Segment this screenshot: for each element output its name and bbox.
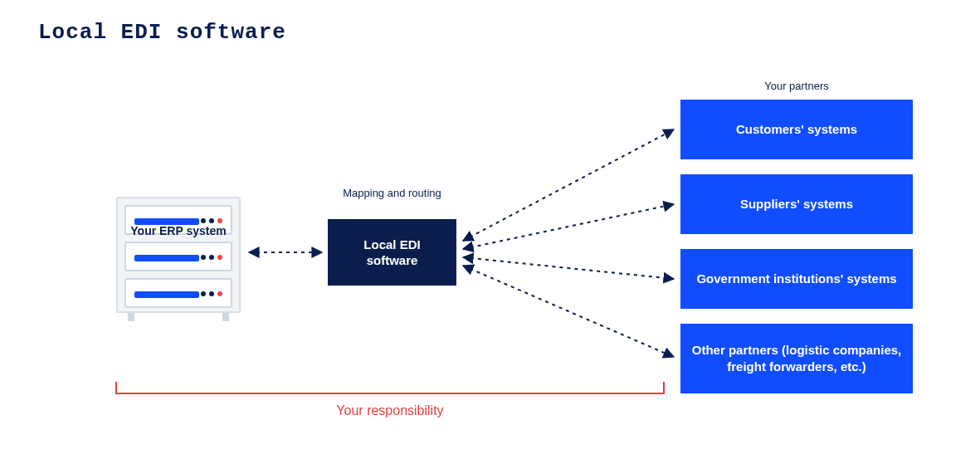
erp-label: Your ERP system — [104, 224, 253, 237]
connector-edi-suppliers — [463, 204, 674, 249]
connector-edi-government — [463, 257, 674, 279]
connector-edi-customers — [463, 129, 674, 241]
connector-edi-other — [463, 266, 674, 357]
responsibility-bracket — [116, 382, 664, 393]
